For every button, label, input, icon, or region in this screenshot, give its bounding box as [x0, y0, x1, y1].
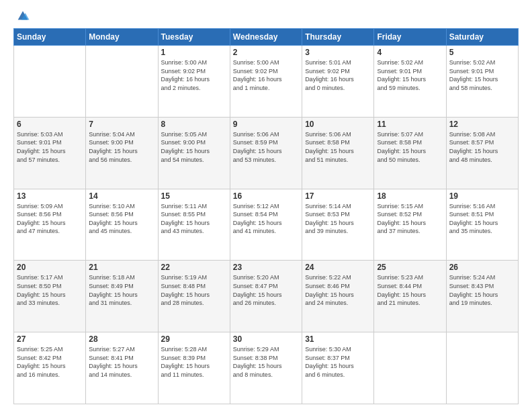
day-number: 6 [17, 120, 83, 129]
day-info: Sunrise: 5:14 AM Sunset: 8:53 PM Dayligh… [305, 202, 371, 236]
day-number: 29 [161, 334, 227, 344]
calendar-cell: 8Sunrise: 5:05 AM Sunset: 9:00 PM Daylig… [158, 117, 230, 189]
day-number: 8 [161, 120, 227, 129]
day-info: Sunrise: 5:30 AM Sunset: 8:37 PM Dayligh… [305, 345, 371, 379]
day-info: Sunrise: 5:03 AM Sunset: 9:01 PM Dayligh… [17, 130, 83, 164]
calendar-cell: 4Sunrise: 5:02 AM Sunset: 9:01 PM Daylig… [374, 46, 446, 118]
day-number: 10 [305, 120, 371, 129]
week-row-2: 6Sunrise: 5:03 AM Sunset: 9:01 PM Daylig… [14, 117, 519, 189]
day-info: Sunrise: 5:07 AM Sunset: 8:58 PM Dayligh… [377, 130, 443, 164]
day-info: Sunrise: 5:28 AM Sunset: 8:39 PM Dayligh… [161, 345, 227, 379]
day-number: 23 [233, 263, 299, 272]
calendar-cell [446, 332, 518, 404]
calendar-cell: 28Sunrise: 5:27 AM Sunset: 8:41 PM Dayli… [86, 332, 158, 404]
day-number: 7 [89, 120, 154, 129]
weekday-header-tuesday: Tuesday [158, 29, 230, 46]
weekday-header-wednesday: Wednesday [230, 29, 302, 46]
day-number: 31 [305, 334, 371, 344]
calendar-cell: 6Sunrise: 5:03 AM Sunset: 9:01 PM Daylig… [14, 117, 86, 189]
week-row-4: 20Sunrise: 5:17 AM Sunset: 8:50 PM Dayli… [14, 261, 519, 332]
calendar: SundayMondayTuesdayWednesdayThursdayFrid… [13, 28, 519, 404]
calendar-cell: 26Sunrise: 5:24 AM Sunset: 8:43 PM Dayli… [446, 261, 518, 332]
calendar-cell: 12Sunrise: 5:08 AM Sunset: 8:57 PM Dayli… [446, 117, 518, 189]
day-number: 3 [305, 48, 371, 57]
day-number: 5 [449, 48, 515, 57]
day-number: 17 [305, 191, 371, 201]
day-info: Sunrise: 5:02 AM Sunset: 9:01 PM Dayligh… [449, 58, 515, 92]
day-number: 4 [377, 48, 443, 57]
day-number: 30 [233, 334, 299, 344]
day-number: 20 [17, 263, 83, 272]
day-info: Sunrise: 5:08 AM Sunset: 8:57 PM Dayligh… [449, 130, 515, 164]
calendar-cell: 19Sunrise: 5:16 AM Sunset: 8:51 PM Dayli… [446, 189, 518, 261]
calendar-cell: 16Sunrise: 5:12 AM Sunset: 8:54 PM Dayli… [230, 189, 302, 261]
weekday-header-monday: Monday [86, 29, 158, 46]
day-number: 12 [449, 120, 515, 129]
day-number: 21 [89, 263, 154, 272]
day-info: Sunrise: 5:16 AM Sunset: 8:51 PM Dayligh… [449, 202, 515, 236]
week-row-1: 1Sunrise: 5:00 AM Sunset: 9:02 PM Daylig… [14, 46, 519, 118]
day-info: Sunrise: 5:20 AM Sunset: 8:47 PM Dayligh… [233, 273, 299, 307]
day-info: Sunrise: 5:02 AM Sunset: 9:01 PM Dayligh… [377, 58, 443, 92]
weekday-header-row: SundayMondayTuesdayWednesdayThursdayFrid… [14, 29, 519, 46]
day-info: Sunrise: 5:29 AM Sunset: 8:38 PM Dayligh… [233, 345, 299, 379]
day-number: 2 [233, 48, 299, 57]
calendar-cell: 15Sunrise: 5:11 AM Sunset: 8:55 PM Dayli… [158, 189, 230, 261]
calendar-cell [86, 46, 158, 118]
day-info: Sunrise: 5:05 AM Sunset: 9:00 PM Dayligh… [161, 130, 227, 164]
calendar-cell [374, 332, 446, 404]
calendar-cell: 2Sunrise: 5:00 AM Sunset: 9:02 PM Daylig… [230, 46, 302, 118]
day-info: Sunrise: 5:22 AM Sunset: 8:46 PM Dayligh… [305, 273, 371, 307]
calendar-cell: 24Sunrise: 5:22 AM Sunset: 8:46 PM Dayli… [302, 261, 374, 332]
calendar-cell [14, 46, 86, 118]
calendar-cell: 31Sunrise: 5:30 AM Sunset: 8:37 PM Dayli… [302, 332, 374, 404]
logo [13, 11, 30, 23]
calendar-cell: 23Sunrise: 5:20 AM Sunset: 8:47 PM Dayli… [230, 261, 302, 332]
day-number: 19 [449, 191, 515, 201]
calendar-cell: 20Sunrise: 5:17 AM Sunset: 8:50 PM Dayli… [14, 261, 86, 332]
week-row-5: 27Sunrise: 5:25 AM Sunset: 8:42 PM Dayli… [14, 332, 519, 404]
day-info: Sunrise: 5:18 AM Sunset: 8:49 PM Dayligh… [89, 273, 154, 307]
weekday-header-friday: Friday [374, 29, 446, 46]
day-number: 9 [233, 120, 299, 129]
day-info: Sunrise: 5:25 AM Sunset: 8:42 PM Dayligh… [17, 345, 83, 379]
calendar-cell: 13Sunrise: 5:09 AM Sunset: 8:56 PM Dayli… [14, 189, 86, 261]
calendar-cell: 29Sunrise: 5:28 AM Sunset: 8:39 PM Dayli… [158, 332, 230, 404]
day-info: Sunrise: 5:12 AM Sunset: 8:54 PM Dayligh… [233, 202, 299, 236]
calendar-cell: 30Sunrise: 5:29 AM Sunset: 8:38 PM Dayli… [230, 332, 302, 404]
calendar-cell: 25Sunrise: 5:23 AM Sunset: 8:44 PM Dayli… [374, 261, 446, 332]
day-number: 25 [377, 263, 443, 272]
calendar-cell: 18Sunrise: 5:15 AM Sunset: 8:52 PM Dayli… [374, 189, 446, 261]
calendar-cell: 22Sunrise: 5:19 AM Sunset: 8:48 PM Dayli… [158, 261, 230, 332]
day-number: 28 [89, 334, 154, 344]
calendar-cell: 17Sunrise: 5:14 AM Sunset: 8:53 PM Dayli… [302, 189, 374, 261]
day-info: Sunrise: 5:09 AM Sunset: 8:56 PM Dayligh… [17, 202, 83, 236]
day-info: Sunrise: 5:00 AM Sunset: 9:02 PM Dayligh… [233, 58, 299, 92]
weekday-header-thursday: Thursday [302, 29, 374, 46]
day-info: Sunrise: 5:23 AM Sunset: 8:44 PM Dayligh… [377, 273, 443, 307]
day-info: Sunrise: 5:00 AM Sunset: 9:02 PM Dayligh… [161, 58, 227, 92]
day-number: 26 [449, 263, 515, 272]
day-info: Sunrise: 5:06 AM Sunset: 8:58 PM Dayligh… [305, 130, 371, 164]
day-number: 1 [161, 48, 227, 57]
calendar-cell: 11Sunrise: 5:07 AM Sunset: 8:58 PM Dayli… [374, 117, 446, 189]
calendar-cell: 14Sunrise: 5:10 AM Sunset: 8:56 PM Dayli… [86, 189, 158, 261]
day-info: Sunrise: 5:27 AM Sunset: 8:41 PM Dayligh… [89, 345, 154, 379]
day-info: Sunrise: 5:01 AM Sunset: 9:02 PM Dayligh… [305, 58, 371, 92]
day-info: Sunrise: 5:04 AM Sunset: 9:00 PM Dayligh… [89, 130, 154, 164]
day-info: Sunrise: 5:10 AM Sunset: 8:56 PM Dayligh… [89, 202, 154, 236]
calendar-cell: 7Sunrise: 5:04 AM Sunset: 9:00 PM Daylig… [86, 117, 158, 189]
day-number: 16 [233, 191, 299, 201]
page: SundayMondayTuesdayWednesdayThursdayFrid… [0, 0, 532, 411]
calendar-cell: 10Sunrise: 5:06 AM Sunset: 8:58 PM Dayli… [302, 117, 374, 189]
day-info: Sunrise: 5:17 AM Sunset: 8:50 PM Dayligh… [17, 273, 83, 307]
day-number: 15 [161, 191, 227, 201]
weekday-header-sunday: Sunday [14, 29, 86, 46]
calendar-cell: 27Sunrise: 5:25 AM Sunset: 8:42 PM Dayli… [14, 332, 86, 404]
weekday-header-saturday: Saturday [446, 29, 518, 46]
calendar-cell: 1Sunrise: 5:00 AM Sunset: 9:02 PM Daylig… [158, 46, 230, 118]
calendar-cell: 21Sunrise: 5:18 AM Sunset: 8:49 PM Dayli… [86, 261, 158, 332]
day-info: Sunrise: 5:24 AM Sunset: 8:43 PM Dayligh… [449, 273, 515, 307]
day-number: 22 [161, 263, 227, 272]
day-number: 24 [305, 263, 371, 272]
